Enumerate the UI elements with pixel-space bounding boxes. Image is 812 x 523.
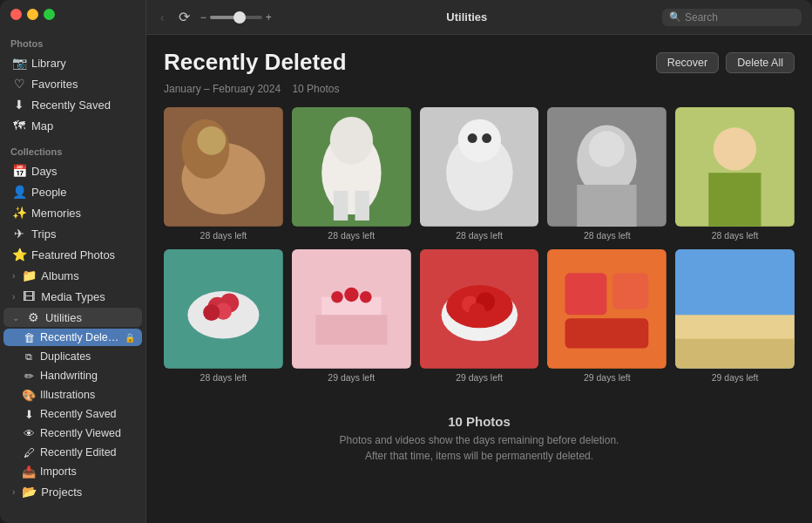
sidebar-item-projects[interactable]: › 📂 Projects <box>3 482 142 501</box>
photo-item[interactable]: 29 days left <box>675 249 795 383</box>
svg-point-3 <box>197 126 226 155</box>
photo-days-label: 29 days left <box>712 372 759 383</box>
photo-item[interactable]: 28 days left <box>164 249 283 383</box>
svg-point-12 <box>467 133 477 143</box>
toolbar: ‹ ⟳ − + Utilities 🔍 <box>146 0 812 35</box>
chevron-right-icon: › <box>12 487 15 497</box>
lock-icon: 🔒 <box>125 333 135 343</box>
svg-rect-40 <box>565 273 607 315</box>
photo-item[interactable]: 28 days left <box>420 107 539 241</box>
recover-button[interactable]: Recover <box>656 52 720 73</box>
sidebar-subitem-recently-saved[interactable]: ⬇ Recently Saved <box>3 405 142 423</box>
photo-item[interactable]: 28 days left <box>164 107 283 241</box>
header-actions: Recover Delete All <box>656 49 795 73</box>
sidebar-item-library[interactable]: 📷 Library <box>3 53 142 72</box>
sidebar-subitem-label: Recently Saved <box>40 408 135 420</box>
photo-thumbnail <box>164 249 283 369</box>
featured-photos-icon: ⭐ <box>12 248 26 262</box>
footer-desc: Photos and videos show the days remainin… <box>164 432 795 464</box>
sidebar-item-utilities[interactable]: ⌄ ⚙ Utilities <box>3 308 142 327</box>
photo-thumbnail <box>292 249 411 369</box>
footer-line1: Photos and videos show the days remainin… <box>340 434 619 446</box>
sidebar-subitem-label: Recently Edited <box>40 446 135 458</box>
photo-thumbnail <box>164 107 283 227</box>
sidebar-subitem-duplicates[interactable]: ⧉ Duplicates <box>3 348 142 365</box>
sidebar-item-memories[interactable]: ✨ Memories <box>3 203 142 222</box>
sidebar-item-people[interactable]: 👤 People <box>3 182 142 201</box>
photo-item[interactable]: 28 days left <box>292 107 411 241</box>
content-footer: 10 Photos Photos and videos show the day… <box>164 400 795 471</box>
sidebar-item-label: Library <box>31 57 135 70</box>
svg-point-19 <box>714 127 756 170</box>
photo-days-label: 28 days left <box>200 230 247 241</box>
svg-rect-8 <box>355 191 369 221</box>
favorites-icon: ♡ <box>12 77 26 91</box>
sidebar: Photos 📷 Library ♡ Favorites ⬇ Recently … <box>0 0 146 523</box>
delete-all-button[interactable]: Delete All <box>726 52 795 73</box>
sidebar-item-label: Utilities <box>45 311 135 324</box>
rotate-button[interactable]: ⟳ <box>175 7 193 27</box>
back-button[interactable]: ‹ <box>157 9 168 26</box>
sidebar-subitem-illustrations[interactable]: 🎨 Illustrations <box>3 386 142 404</box>
sidebar-item-map[interactable]: 🗺 Map <box>3 116 142 135</box>
photo-thumbnail <box>292 107 411 227</box>
sidebar-item-label: People <box>31 186 135 199</box>
svg-point-13 <box>482 133 491 143</box>
sidebar-item-favorites[interactable]: ♡ Favorites <box>3 74 142 93</box>
sidebar-subitem-handwriting[interactable]: ✏ Handwriting <box>3 367 142 384</box>
svg-point-17 <box>589 131 625 166</box>
svg-point-32 <box>360 291 372 303</box>
sidebar-subitem-recently-viewed[interactable]: 👁 Recently Viewed <box>3 425 142 442</box>
content-header: Recently Deleted Recover Delete All <box>164 49 795 76</box>
maximize-button[interactable] <box>44 9 55 20</box>
photo-thumbnail <box>675 107 795 227</box>
zoom-control: − + <box>200 11 272 24</box>
sidebar-subitem-recently-edited[interactable]: 🖊 Recently Edited <box>3 444 142 461</box>
recently-deleted-icon: 🗑 <box>23 331 35 343</box>
sidebar-item-label: Trips <box>31 228 135 241</box>
svg-rect-41 <box>613 273 649 309</box>
svg-rect-16 <box>578 185 637 227</box>
sidebar-subitem-label: Recently Viewed <box>40 427 135 439</box>
svg-point-26 <box>203 304 220 321</box>
minimize-button[interactable] <box>27 9 38 20</box>
sidebar-item-featured-photos[interactable]: ⭐ Featured Photos <box>3 245 142 264</box>
sidebar-item-days[interactable]: 📅 Days <box>3 161 142 180</box>
people-icon: 👤 <box>12 185 26 199</box>
photo-days-label: 29 days left <box>328 372 375 383</box>
sidebar-subitem-imports[interactable]: 📥 Imports <box>3 463 142 480</box>
trips-icon: ✈ <box>12 227 26 241</box>
handwriting-icon: ✏ <box>23 370 35 382</box>
photo-item[interactable]: 28 days left <box>675 107 795 241</box>
svg-point-30 <box>344 288 358 302</box>
svg-rect-29 <box>315 315 387 344</box>
search-box: 🔍 <box>662 9 802 26</box>
search-input[interactable] <box>685 11 789 24</box>
content-area: Recently Deleted Recover Delete All Janu… <box>146 35 812 523</box>
close-button[interactable] <box>10 9 22 20</box>
photo-thumbnail <box>675 249 795 369</box>
sidebar-item-albums[interactable]: › 📁 Albums <box>3 266 142 285</box>
svg-rect-7 <box>334 191 348 221</box>
collections-section-label: Collections <box>0 136 145 160</box>
photo-item[interactable]: 29 days left <box>420 249 539 383</box>
svg-rect-20 <box>708 173 761 227</box>
media-types-icon: 🎞 <box>22 289 36 303</box>
sidebar-item-media-types[interactable]: › 🎞 Media Types <box>3 287 142 306</box>
photo-days-label: 28 days left <box>328 230 375 241</box>
zoom-slider[interactable] <box>210 16 262 19</box>
sidebar-subitem-recently-deleted[interactable]: 🗑 Recently Delet... 🔒 <box>3 329 142 346</box>
illustrations-icon: 🎨 <box>23 389 35 401</box>
photo-item[interactable]: 29 days left <box>547 249 667 383</box>
sidebar-subitem-label: Duplicates <box>40 350 135 363</box>
content-subtitle: January – February 2024 10 Photos <box>164 83 795 95</box>
photo-item[interactable]: 29 days left <box>292 249 411 383</box>
photo-days-label: 28 days left <box>456 230 503 241</box>
library-icon: 📷 <box>12 56 26 70</box>
svg-point-11 <box>457 119 500 162</box>
sidebar-item-label: Favorites <box>31 78 135 91</box>
sidebar-item-label: Map <box>31 119 135 132</box>
photo-item[interactable]: 28 days left <box>547 107 667 241</box>
sidebar-item-recently-saved[interactable]: ⬇ Recently Saved <box>3 95 142 114</box>
sidebar-item-trips[interactable]: ✈ Trips <box>3 224 142 243</box>
